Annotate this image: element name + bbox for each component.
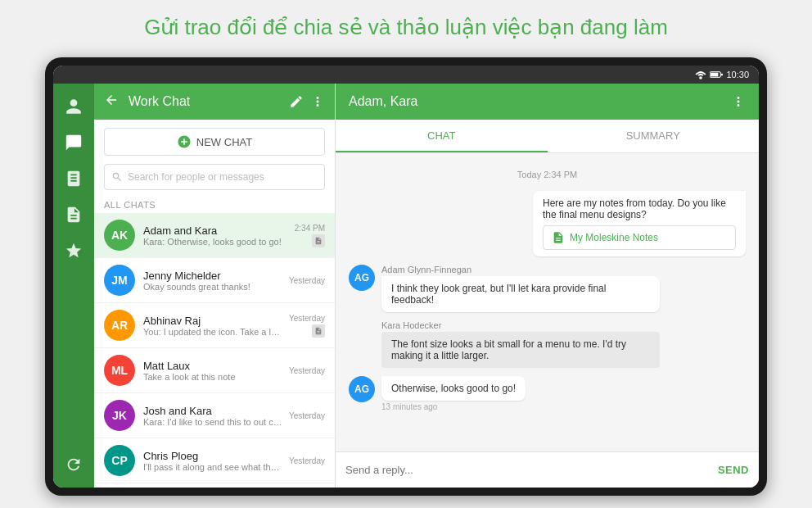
chat-info: Jenny Michelder Okay sounds great thanks… — [143, 270, 284, 292]
message-bubble-gray: The font size looks a bit small for a me… — [381, 332, 660, 368]
chat-preview: You: I updated the icon. Take a look — [143, 327, 284, 337]
chat-meta: Yesterday — [289, 276, 325, 285]
chat-badge — [312, 234, 325, 247]
sidebar-icon-chat[interactable] — [57, 126, 90, 159]
chat-preview: Take a look at this note — [143, 372, 284, 382]
chat-info: Josh and Kara Kara: I'd like to send thi… — [143, 405, 284, 427]
message-left: AG Otherwise, looks good to go! 13 minut… — [349, 376, 746, 411]
message-left-content: Otherwise, looks good to go! 13 minutes … — [381, 376, 746, 411]
tablet-frame: 10:30 — [45, 57, 767, 496]
all-chats-label: ALL CHATS — [94, 197, 335, 213]
chat-item[interactable]: CP Chris Ploeg I'll pass it along and se… — [94, 438, 335, 483]
battery-icon — [710, 70, 723, 79]
status-bar-icons: 10:30 — [695, 70, 749, 79]
date-separator: Today 2:34 PM — [349, 170, 746, 179]
chat-time: 2:34 PM — [295, 224, 325, 233]
message-left-no-avatar: Kara Hodecker The font size looks a bit … — [349, 320, 746, 368]
sender-name: Kara Hodecker — [381, 320, 746, 330]
chat-info: Abhinav Raj You: I updated the icon. Tak… — [143, 315, 284, 337]
chat-item[interactable]: JK Joshua Kidwell Is it possible to send… — [94, 483, 335, 488]
status-bar: 10:30 — [53, 66, 759, 84]
chat-item[interactable]: AK Adam and Kara Kara: Otherwise, looks … — [94, 213, 335, 258]
compose-icon[interactable] — [289, 94, 304, 109]
chat-meta: Yesterday — [289, 411, 325, 420]
message-right: Here are my notes from today. Do you lik… — [349, 191, 746, 256]
chat-preview: Kara: Otherwise, looks good to go! — [143, 237, 290, 247]
chat-item[interactable]: AR Abhinav Raj You: I updated the icon. … — [94, 303, 335, 348]
new-chat-button[interactable]: NEW CHAT — [104, 128, 325, 156]
more-icon[interactable] — [310, 94, 325, 109]
new-chat-label: NEW CHAT — [196, 136, 252, 148]
send-button[interactable]: SEND — [718, 464, 749, 476]
headline: Gửi trao đổi để chia sẻ và thảo luận việ… — [0, 15, 812, 40]
app-content: Work Chat NEW CHAT Search for people or … — [53, 84, 759, 488]
chat-time: Yesterday — [289, 276, 325, 285]
sidebar-icon-book[interactable] — [57, 162, 90, 195]
chat-time: Yesterday — [289, 411, 325, 420]
chat-preview: Okay sounds great thanks! — [143, 282, 284, 292]
message-bubble: Here are my notes from today. Do you lik… — [533, 191, 746, 256]
back-button[interactable] — [104, 93, 119, 111]
chat-list-title: Work Chat — [129, 94, 289, 109]
chat-name: Matt Laux — [143, 360, 284, 372]
tab-chat[interactable]: CHAT — [336, 120, 548, 152]
messages-area: Today 2:34 PM Here are my notes from tod… — [336, 153, 759, 451]
chat-tabs: CHAT SUMMARY — [336, 120, 759, 153]
reply-bar: SEND — [336, 451, 759, 488]
message-time: 13 minutes ago — [381, 402, 746, 411]
chat-meta: 2:34 PM — [295, 224, 325, 247]
avatar: AG — [349, 376, 375, 402]
chat-info: Adam and Kara Kara: Otherwise, looks goo… — [143, 225, 290, 247]
tab-summary[interactable]: SUMMARY — [548, 120, 760, 152]
chat-item[interactable]: JK Josh and Kara Kara: I'd like to send … — [94, 393, 335, 438]
chat-preview: I'll pass it along and see what the engi… — [143, 462, 284, 472]
chat-name: Chris Ploeg — [143, 450, 284, 462]
avatar: CP — [104, 445, 135, 476]
avatar: JM — [104, 265, 135, 296]
chat-name: Josh and Kara — [143, 405, 284, 417]
chat-name: Adam and Kara — [143, 225, 290, 237]
chat-name: Jenny Michelder — [143, 270, 284, 282]
chat-list-panel: Work Chat NEW CHAT Search for people or … — [94, 84, 336, 488]
sidebar-icon-refresh[interactable] — [57, 448, 90, 481]
chat-name: Abhinav Raj — [143, 315, 284, 327]
search-placeholder: Search for people or messages — [128, 171, 264, 183]
sidebar-icon-star[interactable] — [57, 234, 90, 267]
message-left-content: Adam Glynn-Finnegan I think they look gr… — [381, 265, 746, 312]
chat-item[interactable]: JM Jenny Michelder Okay sounds great tha… — [94, 258, 335, 303]
attachment-card[interactable]: My Moleskine Notes — [543, 225, 736, 250]
search-bar[interactable]: Search for people or messages — [104, 164, 325, 190]
chat-info: Matt Laux Take a look at this note — [143, 360, 284, 382]
chat-badge — [312, 324, 325, 338]
sender-name: Adam Glynn-Finnegan — [381, 265, 746, 274]
chat-list-header: Work Chat — [94, 84, 335, 120]
chat-time: Yesterday — [289, 366, 325, 375]
chat-info: Chris Ploeg I'll pass it along and see w… — [143, 450, 284, 472]
chat-item[interactable]: ML Matt Laux Take a look at this note Ye… — [94, 348, 335, 393]
avatar: JK — [104, 400, 135, 431]
more-options-icon[interactable] — [731, 94, 746, 109]
avatar: AR — [104, 310, 135, 341]
avatar: ML — [104, 355, 135, 386]
wifi-icon — [695, 70, 706, 79]
chat-preview: Kara: I'd like to send this to out candi… — [143, 417, 284, 427]
chat-time: Yesterday — [289, 314, 325, 323]
chat-meta: Yesterday — [289, 314, 325, 338]
chat-area-header: Adam, Kara — [336, 84, 759, 120]
chat-items: AK Adam and Kara Kara: Otherwise, looks … — [94, 213, 335, 488]
chat-area: Adam, Kara CHAT SUMMARY Today 2:34 PM He… — [336, 84, 759, 488]
message-bubble: I think they look great, but I'll let ka… — [381, 276, 660, 312]
svg-rect-1 — [710, 73, 718, 77]
chat-list-header-icons — [289, 94, 325, 109]
sidebar — [53, 84, 94, 488]
sidebar-icon-person[interactable] — [57, 90, 90, 123]
tablet-inner: 10:30 — [53, 66, 759, 488]
chat-meta: Yesterday — [289, 456, 325, 465]
attachment-label: My Moleskine Notes — [570, 232, 658, 243]
message-bubble: Otherwise, looks good to go! — [381, 376, 526, 401]
chat-meta: Yesterday — [289, 366, 325, 375]
chat-time: Yesterday — [289, 456, 325, 465]
time-display: 10:30 — [726, 70, 749, 79]
sidebar-icon-file[interactable] — [57, 198, 90, 231]
reply-input[interactable] — [345, 457, 711, 483]
